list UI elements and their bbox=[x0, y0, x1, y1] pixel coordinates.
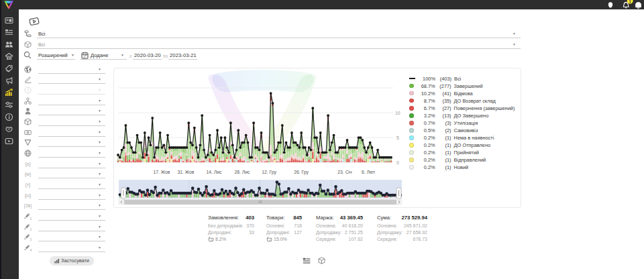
svg-text:{м}: {м} bbox=[25, 172, 32, 177]
svg-text:x: x bbox=[270, 239, 271, 241]
svg-text:28. Лис: 28. Лис bbox=[235, 170, 251, 174]
svg-text:{cі}: {cі} bbox=[25, 193, 32, 199]
svg-text:5: 5 bbox=[396, 135, 399, 140]
svg-text:23. Січ: 23. Січ bbox=[337, 170, 352, 174]
svg-text:17. Жов: 17. Жов bbox=[154, 170, 170, 174]
svg-text:3: 3 bbox=[30, 237, 32, 241]
svg-text:2: 2 bbox=[30, 227, 32, 231]
svg-text:?: ? bbox=[27, 88, 30, 93]
svg-text:14. Лис: 14. Лис bbox=[207, 170, 223, 174]
svg-text:31. Жов: 31. Жов bbox=[178, 170, 195, 174]
svg-text:x: x bbox=[211, 239, 213, 241]
svg-text:12. Гру: 12. Гру bbox=[262, 170, 276, 175]
svg-text:6. Лют: 6. Лют bbox=[362, 170, 375, 174]
svg-text:{т}: {т} bbox=[25, 182, 32, 188]
svg-text:4: 4 bbox=[30, 248, 32, 252]
svg-text:0: 0 bbox=[396, 160, 399, 165]
svg-text:26. Гру: 26. Гру bbox=[294, 170, 309, 175]
svg-text:{s}: {s} bbox=[25, 162, 31, 167]
svg-text:1: 1 bbox=[30, 217, 32, 221]
svg-text:10: 10 bbox=[395, 111, 400, 115]
svg-text:{2в}: {2в} bbox=[24, 203, 32, 209]
